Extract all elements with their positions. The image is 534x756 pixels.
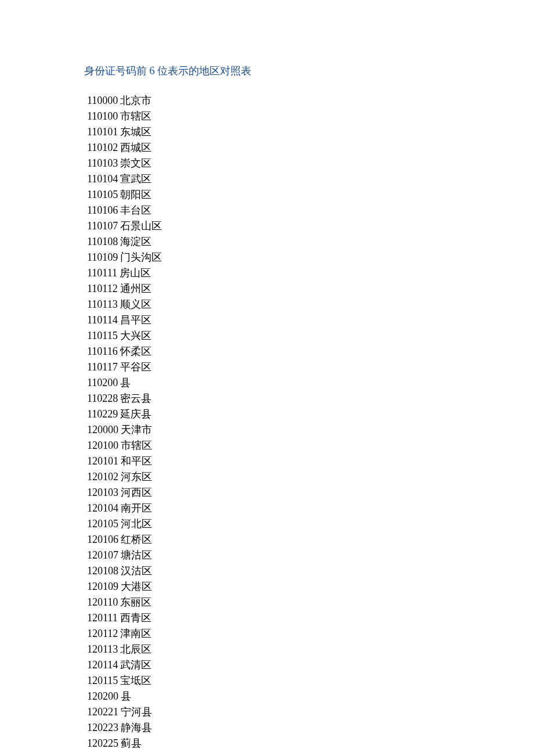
region-code: 110103 <box>87 156 118 171</box>
document-page: 身份证号码前 6 位表示的地区对照表 110000北京市110100市辖区110… <box>0 0 534 756</box>
region-code: 110101 <box>87 124 118 140</box>
region-name: 河西区 <box>121 485 152 501</box>
list-item: 110106丰台区 <box>87 203 447 218</box>
region-name: 塘沽区 <box>121 548 152 563</box>
list-item: 110105朝阳区 <box>87 187 447 203</box>
list-item: 120101和平区 <box>87 453 447 469</box>
list-item: 110101东城区 <box>87 124 447 140</box>
region-name: 河北区 <box>121 516 152 532</box>
list-item: 110116怀柔区 <box>87 344 447 359</box>
region-name: 津南区 <box>120 626 151 642</box>
region-code: 110108 <box>87 234 118 250</box>
region-name: 门头沟区 <box>120 250 162 265</box>
region-name: 南开区 <box>121 501 152 516</box>
region-code: 120110 <box>87 595 118 610</box>
region-name: 大兴区 <box>120 328 151 344</box>
title-segment: 身份证号码前 <box>84 65 147 77</box>
list-item: 120108汉沽区 <box>87 563 447 579</box>
region-name: 市辖区 <box>120 109 151 124</box>
region-name: 北辰区 <box>120 642 151 657</box>
region-code: 120221 <box>87 704 118 720</box>
list-item: 110102西城区 <box>87 140 447 156</box>
region-code: 120114 <box>87 657 118 673</box>
region-code: 120223 <box>87 720 118 736</box>
list-item: 110000北京市 <box>87 93 447 109</box>
region-name: 蓟县 <box>121 736 142 751</box>
region-code: 110109 <box>87 250 118 265</box>
region-name: 北京市 <box>120 93 151 109</box>
region-code: 110115 <box>87 328 118 344</box>
list-item: 110111房山区 <box>87 265 447 281</box>
region-name: 石景山区 <box>120 218 162 234</box>
list-item: 110115大兴区 <box>87 328 447 344</box>
region-code: 120101 <box>87 453 118 469</box>
region-name: 宁河县 <box>121 704 152 720</box>
list-item: 110112通州区 <box>87 281 447 297</box>
region-code: 110229 <box>87 406 118 422</box>
region-code: 110105 <box>87 187 118 203</box>
list-item: 120107塘沽区 <box>87 548 447 563</box>
list-item: 120000天津市 <box>87 422 447 438</box>
list-item: 120100市辖区 <box>87 438 447 453</box>
region-name: 宝坻区 <box>120 673 151 689</box>
region-code: 110114 <box>87 312 118 328</box>
list-item: 120104南开区 <box>87 501 447 516</box>
list-item: 110113顺义区 <box>87 297 447 312</box>
region-name: 丰台区 <box>120 203 151 218</box>
region-code: 110228 <box>87 391 118 406</box>
region-code: 120200 <box>87 689 118 704</box>
region-code: 120000 <box>87 422 118 438</box>
list-item: 120112津南区 <box>87 626 447 642</box>
list-item: 120109大港区 <box>87 579 447 595</box>
region-code: 120109 <box>87 579 118 595</box>
list-item: 110114昌平区 <box>87 312 447 328</box>
title-segment-number: 6 <box>150 65 155 77</box>
region-code: 110106 <box>87 203 118 218</box>
title-segment: 位表示的地区对照表 <box>157 65 251 77</box>
region-code: 120113 <box>87 642 118 657</box>
region-code: 110107 <box>87 218 118 234</box>
list-item: 110228密云县 <box>87 391 447 406</box>
region-name: 密云县 <box>120 391 151 406</box>
region-name: 县 <box>120 375 131 391</box>
region-name: 延庆县 <box>120 406 151 422</box>
region-name: 和平区 <box>121 453 152 469</box>
document-title: 身份证号码前 6 位表示的地区对照表 <box>84 64 444 78</box>
region-name: 怀柔区 <box>120 344 151 359</box>
region-name: 崇文区 <box>120 156 151 171</box>
region-name: 朝阳区 <box>120 187 151 203</box>
region-code: 110000 <box>87 93 118 109</box>
region-code: 110104 <box>87 171 118 187</box>
region-name: 昌平区 <box>120 312 151 328</box>
region-code: 120106 <box>87 532 118 548</box>
region-code: 110200 <box>87 375 118 391</box>
region-code: 110116 <box>87 344 118 359</box>
region-name: 西城区 <box>120 140 151 156</box>
region-code: 110113 <box>87 297 118 312</box>
region-name: 顺义区 <box>120 297 151 312</box>
list-item: 120200县 <box>87 689 447 704</box>
region-code: 120103 <box>87 485 118 501</box>
list-item: 120105河北区 <box>87 516 447 532</box>
region-name: 天津市 <box>121 422 152 438</box>
list-item: 120225蓟县 <box>87 736 447 751</box>
region-name: 县 <box>121 689 131 704</box>
region-code: 120104 <box>87 501 118 516</box>
list-item: 110107石景山区 <box>87 218 447 234</box>
region-code: 120225 <box>87 736 118 751</box>
region-code: 120115 <box>87 673 118 689</box>
region-code: 120102 <box>87 469 118 485</box>
region-name: 宣武区 <box>120 171 151 187</box>
list-item: 110117平谷区 <box>87 359 447 375</box>
list-item: 120221宁河县 <box>87 704 447 720</box>
region-name: 西青区 <box>120 610 151 626</box>
region-name: 房山区 <box>120 265 151 281</box>
list-item: 120111西青区 <box>87 610 447 626</box>
list-item: 110103崇文区 <box>87 156 447 171</box>
list-item: 120115宝坻区 <box>87 673 447 689</box>
region-name: 东城区 <box>120 124 151 140</box>
region-code: 120108 <box>87 563 118 579</box>
list-item: 110108海淀区 <box>87 234 447 250</box>
region-code: 120107 <box>87 548 118 563</box>
region-name: 红桥区 <box>121 532 152 548</box>
